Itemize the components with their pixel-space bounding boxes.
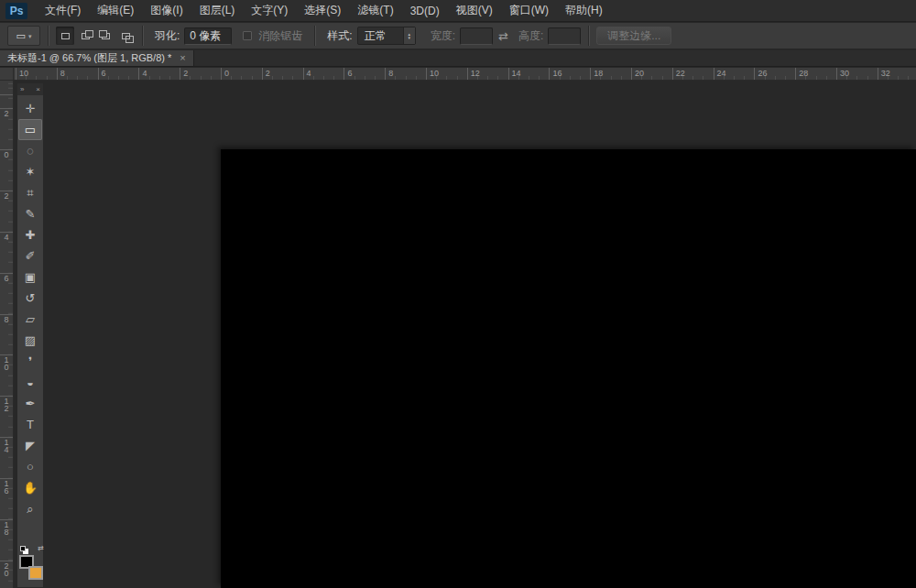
new-selection-button[interactable]	[56, 27, 74, 45]
menu-filter[interactable]: 滤镜(T)	[349, 0, 401, 21]
zoom-tool[interactable]: ⌕	[18, 498, 42, 519]
tool-icon: ↺	[26, 292, 36, 304]
tool-icon: ✛	[26, 103, 36, 114]
collapse-panel-icon[interactable]: »	[20, 85, 24, 93]
tools-panel: » × ✛ ▭ ◌ ✶ ⌗	[16, 82, 44, 588]
crop-tool[interactable]: ⌗	[18, 182, 42, 203]
ellipse-tool[interactable]: ○	[18, 456, 42, 477]
height-label: 高度:	[518, 28, 543, 44]
ruler-tick-label: 12	[471, 69, 480, 78]
style-dropdown[interactable]: 正常 ▴ ▾	[357, 27, 416, 45]
tool-icon: ⌗	[27, 187, 33, 199]
feather-label: 羽化:	[155, 28, 180, 44]
ruler-tick-label: 14	[512, 69, 521, 78]
hand-tool[interactable]: ✋	[18, 477, 42, 498]
vertical-ruler[interactable]: 2 0 2 4 6 8 10 12 14 16 18 20	[0, 81, 14, 588]
antialias-checkbox[interactable]	[243, 31, 252, 40]
ruler-tick-label: 8	[60, 69, 65, 78]
refine-edge-button[interactable]: 调整边缘...	[596, 27, 671, 45]
type-tool[interactable]: T	[18, 414, 42, 435]
default-colors-icon[interactable]	[20, 546, 26, 551]
tool-icon: ✚	[26, 229, 36, 241]
tool-icon: ○	[27, 461, 34, 473]
add-to-selection-button[interactable]	[76, 27, 94, 45]
pen-tool[interactable]: ✒	[18, 393, 42, 414]
spinner-icon[interactable]: ▴ ▾	[403, 27, 415, 44]
menu-file[interactable]: 文件(F)	[37, 0, 89, 21]
lasso-tool[interactable]: ◌	[18, 140, 42, 161]
eraser-tool[interactable]: ▱	[18, 309, 42, 330]
ruler-tick-label: 22	[676, 69, 685, 78]
brush-tool[interactable]: ✐	[18, 245, 42, 267]
ruler-tick-label: 0	[3, 151, 10, 158]
height-input[interactable]	[548, 27, 581, 45]
selection-mode-buttons	[56, 27, 135, 45]
feather-input[interactable]: 0 像素	[184, 27, 232, 45]
tools-list: ✛ ▭ ◌ ✶ ⌗ ✎	[17, 95, 43, 519]
width-input[interactable]	[460, 27, 493, 45]
menu-window[interactable]: 窗口(W)	[501, 0, 557, 21]
rectangular-marquee-tool[interactable]: ▭	[18, 119, 42, 140]
ruler-tick-label: 20	[3, 562, 10, 577]
ruler-tick-label: 6	[3, 275, 10, 282]
eyedropper-tool[interactable]: ✎	[18, 203, 42, 224]
tool-icon: ▣	[25, 271, 36, 283]
menu-edit[interactable]: 编辑(E)	[89, 0, 142, 21]
close-panel-icon[interactable]: ×	[36, 85, 40, 93]
menu-view[interactable]: 视图(V)	[448, 0, 501, 21]
intersect-selection-button[interactable]	[116, 27, 135, 45]
background-color-swatch[interactable]	[28, 566, 43, 580]
width-label: 宽度:	[431, 28, 455, 44]
rectangular-marquee-icon: ▭	[16, 31, 26, 41]
ruler-tick-label: 6	[347, 69, 352, 78]
ruler-tick-label: 18	[594, 69, 603, 78]
menubar: Ps 文件(F) 编辑(E) 图像(I) 图层(L) 文字(Y) 选择(S) 滤…	[0, 0, 916, 22]
tool-preset-picker[interactable]: ▭ ▾	[7, 26, 40, 46]
move-tool[interactable]: ✛	[18, 98, 42, 119]
close-tab-icon[interactable]: ×	[180, 53, 185, 63]
ruler-tick-label: 4	[307, 69, 311, 78]
history-brush-tool[interactable]: ↺	[18, 288, 42, 309]
ruler-tick-label: 14	[3, 439, 10, 453]
horizontal-ruler[interactable]: 10 8 6 4 2 0 2 4 6 8 10 12 14 16 18	[14, 68, 916, 81]
swap-colors-icon[interactable]: ⇄	[38, 544, 44, 552]
menu-3d[interactable]: 3D(D)	[402, 0, 448, 21]
subtract-from-selection-button[interactable]	[96, 27, 114, 45]
gradient-tool[interactable]: ▨	[18, 330, 42, 351]
blur-tool[interactable]: ❜	[18, 351, 42, 372]
tool-icon: ◒	[27, 376, 34, 388]
photoshop-logo: Ps	[5, 3, 27, 19]
separator	[142, 26, 143, 46]
menu-layer[interactable]: 图层(L)	[191, 0, 244, 21]
canvas[interactable]	[221, 149, 916, 588]
ruler-tick-label: 28	[799, 69, 808, 78]
path-selection-tool[interactable]: ◤	[18, 435, 42, 456]
menu-image[interactable]: 图像(I)	[142, 0, 191, 21]
ruler-tick-label: 10	[3, 356, 10, 371]
ruler-tick-label: 30	[840, 69, 849, 78]
document-tab[interactable]: 未标题-1 @ 66.7% (图层 1, RGB/8) * ×	[0, 50, 194, 66]
menu-help[interactable]: 帮助(H)	[557, 0, 611, 21]
clone-stamp-tool[interactable]: ▣	[18, 267, 42, 288]
ruler-tick-label: 32	[881, 69, 890, 78]
quick-selection-tool[interactable]: ✶	[18, 161, 42, 182]
ruler-corner	[0, 68, 14, 81]
menu-select[interactable]: 选择(S)	[296, 0, 349, 21]
spinner-down-icon: ▾	[408, 36, 410, 39]
ruler-tick-label: 16	[552, 69, 562, 78]
intersect-selection-icon	[122, 33, 130, 39]
document-tabbar: 未标题-1 @ 66.7% (图层 1, RGB/8) * ×	[0, 50, 916, 67]
photoshop-window: Ps 文件(F) 编辑(E) 图像(I) 图层(L) 文字(Y) 选择(S) 滤…	[0, 0, 916, 588]
ruler-tick-label: 12	[3, 397, 10, 412]
dodge-tool[interactable]: ◒	[18, 372, 42, 393]
spot-healing-brush-tool[interactable]: ✚	[18, 224, 42, 245]
tool-icon: ◌	[27, 145, 34, 157]
tools-panel-header: » ×	[17, 83, 43, 95]
separator	[314, 26, 315, 46]
document-title: 未标题-1 @ 66.7% (图层 1, RGB/8) *	[7, 51, 171, 65]
menu-type[interactable]: 文字(Y)	[243, 0, 296, 21]
subtract-from-selection-icon	[102, 33, 110, 39]
tool-icon: ✶	[26, 166, 36, 178]
swap-dimensions-icon[interactable]: ⇄	[498, 29, 508, 43]
separator	[588, 26, 589, 46]
